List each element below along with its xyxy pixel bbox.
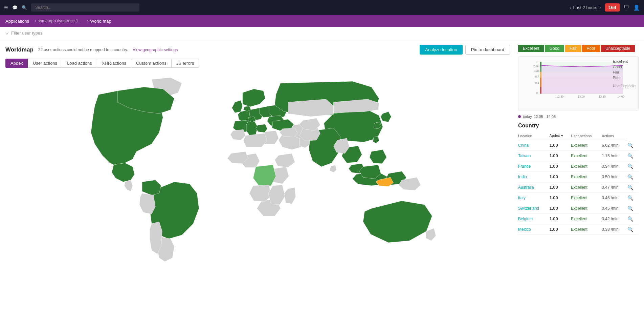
analyze-icon[interactable]: 🔍 — [627, 143, 633, 148]
apdex-score: 1.00 — [549, 206, 558, 211]
country-section: Country Location Apdex User ac­tions Act… — [518, 123, 639, 235]
analyze-icon[interactable]: 🔍 — [627, 206, 633, 211]
quality-badge: Excellent — [571, 206, 587, 211]
svg-text:0.7: 0.7 — [535, 75, 539, 78]
apdex-score: 1.00 — [549, 195, 558, 200]
col-apdex[interactable]: Apdex — [549, 132, 571, 140]
analyze-icon[interactable]: 🔍 — [627, 227, 633, 232]
analyze-icon[interactable]: 🔍 — [627, 153, 633, 159]
tab-js-errors[interactable]: JS errors — [171, 59, 199, 68]
analyze-icon[interactable]: 🔍 — [627, 216, 633, 222]
table-row: Belgium 1.00 Excellent 0.42 /min 🔍 — [518, 213, 639, 224]
time-dot — [518, 115, 521, 118]
col-actions: Actions — [602, 132, 627, 140]
breadcrumb: Applications › some-app.dynatrace.1... ›… — [0, 15, 644, 27]
time-range: ‹ Last 2 hours › — [570, 5, 601, 10]
tab-custom-actions[interactable]: Custom actions — [131, 59, 171, 68]
quality-badge: Excellent — [571, 175, 587, 179]
table-row: India 1.00 Excellent 0.50 /min 🔍 — [518, 171, 639, 182]
apdex-score: 1.00 — [549, 153, 558, 158]
apdex-score: 1.00 — [549, 174, 558, 179]
country-link[interactable]: Switzerland — [518, 206, 539, 211]
chat-icon[interactable]: 💬 — [12, 5, 18, 10]
country-link[interactable]: Australia — [518, 185, 534, 190]
tab-apdex[interactable]: Apdex — [5, 59, 28, 68]
analyze-location-button[interactable]: Analyze location — [420, 45, 463, 55]
notification-icon[interactable]: 🗨 — [624, 4, 629, 11]
user-rate: 6.62 /min — [602, 143, 618, 148]
pin-dashboard-button[interactable]: Pin to dashboard — [465, 45, 510, 55]
breadcrumb-sep-2: › — [87, 18, 89, 24]
worldmap-header: Worldmap 22 user actions could not be ma… — [5, 45, 510, 55]
time-next-arrow[interactable]: › — [599, 5, 601, 10]
country-link[interactable]: Italy — [518, 196, 526, 200]
svg-rect-11 — [540, 62, 541, 67]
country-link[interactable]: Mexico — [518, 227, 531, 232]
worldmap-left: Worldmap 22 user actions could not be ma… — [5, 45, 510, 262]
table-row: Italy 1.00 Excellent 0.46 /min 🔍 — [518, 192, 639, 203]
country-link[interactable]: France — [518, 164, 531, 169]
map-svg — [5, 72, 510, 262]
filter-icon: ▽ — [5, 31, 8, 36]
nav-right: ‹ Last 2 hours › 164 🗨 👤 — [570, 3, 640, 12]
svg-rect-13 — [540, 72, 541, 78]
svg-text:14:00: 14:00 — [617, 95, 624, 98]
worldmap-title: Worldmap — [5, 46, 34, 53]
svg-text:13:00: 13:00 — [578, 95, 585, 98]
alert-badge[interactable]: 164 — [605, 3, 620, 12]
time-prev-arrow[interactable]: ‹ — [570, 5, 571, 10]
svg-text:0.5: 0.5 — [535, 81, 539, 84]
quality-badge: Excellent — [571, 196, 587, 200]
legend-fair: Fair — [565, 45, 581, 52]
country-table: Location Apdex User ac­tions Actions Chi… — [518, 132, 639, 235]
breadcrumb-world-map: World map — [90, 19, 115, 24]
apdex-score: 1.00 — [549, 216, 558, 221]
user-rate: 0.38 /min — [602, 227, 618, 232]
tab-xhr-actions[interactable]: XHR actions — [97, 59, 131, 68]
tab-load-actions[interactable]: Load actions — [62, 59, 97, 68]
table-row: Taiwan 1.00 Excellent 1.15 /min 🔍 — [518, 150, 639, 161]
country-link[interactable]: India — [518, 175, 527, 179]
col-location: Location — [518, 132, 549, 140]
table-row: Switzerland 1.00 Excellent 0.45 /min 🔍 — [518, 203, 639, 213]
svg-rect-12 — [540, 67, 541, 72]
chart-legend: Excellent Good Fair Poor Unacceptable — [613, 59, 636, 88]
country-link[interactable]: China — [518, 143, 529, 148]
legend-excellent: Excellent — [613, 59, 636, 63]
hamburger-icon[interactable]: ☰ — [4, 5, 8, 10]
breadcrumb-app-name[interactable]: some-app.dynatrace.1... — [38, 19, 85, 23]
user-rate: 0.50 /min — [602, 175, 618, 179]
svg-text:0.85: 0.85 — [534, 69, 540, 73]
analyze-icon[interactable]: 🔍 — [627, 185, 633, 190]
country-link[interactable]: Taiwan — [518, 154, 531, 158]
tab-user-actions[interactable]: User actions — [28, 59, 62, 68]
svg-text:1: 1 — [536, 60, 538, 64]
analyze-icon[interactable]: 🔍 — [627, 195, 633, 201]
country-link[interactable]: Belgium — [518, 217, 533, 221]
table-row: Mexico 1.00 Excellent 0.38 /min 🔍 — [518, 224, 639, 234]
apdex-score: 1.00 — [549, 227, 558, 232]
analyze-icon[interactable]: 🔍 — [627, 174, 633, 180]
svg-rect-14 — [540, 78, 541, 87]
legend-good: Good — [613, 65, 636, 69]
quality-badge: Excellent — [571, 227, 587, 232]
user-rate: 0.45 /min — [602, 206, 618, 211]
worldmap-right: ExcellentGoodFairPoorUnacceptable 1 0.94… — [510, 45, 639, 262]
legend-fair: Fair — [613, 70, 636, 74]
breadcrumb-applications[interactable]: Applications — [5, 19, 33, 24]
quality-badge: Excellent — [571, 154, 587, 158]
user-icon[interactable]: 👤 — [633, 4, 640, 11]
legend-poor: Poor — [613, 76, 636, 80]
apdex-score: 1.00 — [549, 143, 558, 148]
time-range-text: today, 12:05 - 14:05 — [523, 115, 556, 119]
breadcrumb-sep-1: › — [35, 18, 36, 24]
view-geo-link[interactable]: View geographic settings — [133, 47, 178, 52]
analyze-icon[interactable]: 🔍 — [627, 164, 633, 169]
apdex-score: 1.00 — [549, 185, 558, 190]
apdex-chart: 1 0.94 0.85 0.7 0.5 0 — [518, 56, 639, 110]
search-input[interactable] — [31, 3, 139, 12]
quality-badge: Excellent — [571, 164, 587, 169]
time-label: today, 12:05 - 14:05 — [518, 115, 639, 119]
table-row: France 1.00 Excellent 0.94 /min 🔍 — [518, 161, 639, 171]
world-map — [5, 72, 510, 262]
